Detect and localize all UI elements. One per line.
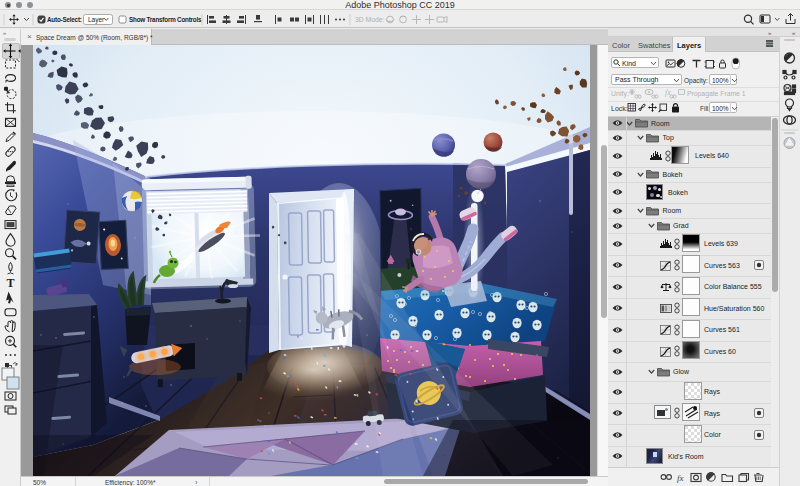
svg-text:fx: fx — [677, 473, 684, 483]
svg-text:Layer: Layer — [88, 16, 105, 24]
svg-text:3D Mode:: 3D Mode: — [355, 16, 385, 23]
svg-text:Show Transform Controls: Show Transform Controls — [129, 16, 202, 23]
svg-text:Auto-Select:: Auto-Select: — [47, 16, 82, 23]
svg-text:T: T — [6, 276, 14, 290]
